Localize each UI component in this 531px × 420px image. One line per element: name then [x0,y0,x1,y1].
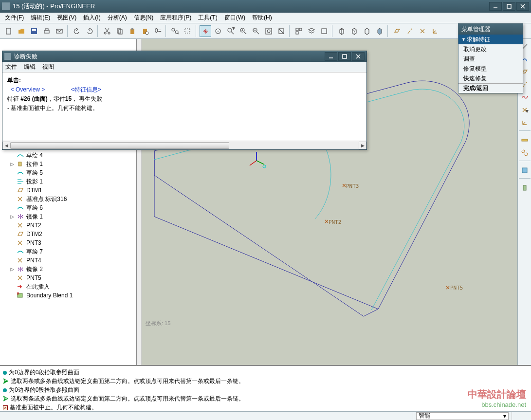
menu-tools[interactable]: 工具(T) [195,13,220,23]
dialog-icon [4,53,11,60]
feat-tool-button[interactable] [519,182,531,194]
chain-tool-button[interactable] [519,147,531,159]
orient-button[interactable] [212,25,224,37]
dialog-close-button[interactable] [352,52,365,61]
zoom-out-button[interactable] [250,25,262,37]
tree-item[interactable]: 草绘 4 [0,151,136,160]
dialog-maximize-button[interactable] [338,52,351,61]
menu-manager-option[interactable]: 取消更改 [458,44,523,54]
tree-item[interactable]: DTM2 [0,230,136,238]
viewlist-button[interactable]: ▾ [225,25,237,37]
menu-help[interactable]: 帮助(H) [249,13,275,23]
scroll-thumb[interactable] [10,142,229,149]
spin-center-button[interactable] [200,25,211,37]
dialog-scrollbar[interactable]: ◀ ▶ [2,141,366,149]
tree-item[interactable]: ▷ 拉伸 1 [0,160,136,168]
menu-manager-finish[interactable]: 完成/返回 [458,83,523,93]
no-hidden-button[interactable] [361,25,373,37]
svg-rect-45 [522,168,527,173]
scroll-right[interactable]: ▶ [359,142,366,149]
tree-item[interactable]: PNT5 [0,274,136,282]
menu-applications[interactable]: 应用程序(P) [157,13,194,23]
menu-edit[interactable]: 编辑(E) [28,13,53,23]
tree-item-label: 在此插入 [26,283,50,291]
open-button[interactable] [16,25,27,37]
copy-button[interactable] [114,25,126,37]
svg-point-24 [228,28,232,32]
wireframe-button[interactable] [336,25,348,37]
maximize-button[interactable] [503,2,515,11]
tree-item[interactable]: PNT2 [0,221,136,230]
refit-button[interactable] [263,25,275,37]
menu-file[interactable]: 文件(F) [2,13,27,23]
overview-link[interactable]: < Overview > [11,86,45,93]
cut-button[interactable] [101,25,113,37]
email-button[interactable] [54,25,65,37]
new-button[interactable] [3,25,15,37]
tree-item[interactable]: Boundary Blend 1 [0,291,136,300]
select-button[interactable] [182,25,194,37]
csys-disp-button[interactable] [429,25,441,37]
tree-item[interactable]: DTM1 [0,186,136,195]
dialog-menu-view[interactable]: 视图 [42,63,54,71]
datum-point-disp-button[interactable] [417,25,428,37]
tree-item[interactable]: 草绘 7 [0,247,136,256]
tree-item[interactable]: ▷ 镜像 1 [0,212,136,221]
tree-item[interactable]: ▷ 镜像 2 [0,265,136,274]
menu-manager-option[interactable]: 快速修复 [458,73,523,83]
dialog-menu: 文件 编辑 视图 [2,62,366,73]
feature-info-link[interactable]: <特征信息> [71,86,101,93]
view-mgr-button[interactable] [293,25,305,37]
paste-button[interactable] [127,25,138,37]
paste-special-button[interactable] [139,25,151,37]
dialog-menu-file[interactable]: 文件 [5,63,17,71]
menu-window[interactable]: 窗口(W) [221,13,248,23]
minimize-button[interactable] [489,2,502,11]
tree-item[interactable]: 在此插入 [0,282,136,291]
tree-item[interactable]: PNT4 [0,256,136,265]
menu-manager-section[interactable]: 求解特征 [458,35,523,44]
menu-insert[interactable]: 插入(I) [80,13,103,23]
tree-item[interactable]: 基准点 标识316 [0,195,136,203]
selection-filter[interactable]: 智能 ▾ [416,412,509,420]
dialog-body: 单击: < Overview > <特征信息> 特征 #26 (曲面)，零件15… [2,73,366,141]
tree-item[interactable]: 草绘 5 [0,168,136,177]
hidden-line-button[interactable] [348,25,360,37]
datum-plane-disp-button[interactable] [391,25,403,37]
menu-manager-option[interactable]: 修复模型 [458,64,523,73]
expand-icon[interactable]: ▷ [10,213,15,220]
expand-icon[interactable]: ▷ [10,266,15,273]
print-button[interactable] [41,25,53,37]
redo-button[interactable] [84,25,95,37]
shaded-button[interactable] [374,25,385,37]
close-button[interactable] [516,2,529,11]
dialog-minimize-button[interactable] [325,52,337,61]
svg-rect-21 [185,28,190,33]
layers-button[interactable] [306,25,317,37]
tree-item[interactable]: 投影 1 [0,177,136,186]
dialog-title-bar[interactable]: 诊断失败 [2,51,366,62]
expand-icon[interactable]: ▷ [10,161,15,167]
prompt-arrow-icon: ⮚ [3,396,9,402]
menu-view[interactable]: 视图(V) [54,13,79,23]
point-tool-button[interactable]: ▾ [519,104,531,116]
datum-axis-disp-button[interactable] [404,25,416,37]
tree-item[interactable]: 草绘 6 [0,203,136,212]
dialog-menu-edit[interactable]: 编辑 [24,63,36,71]
settings-button[interactable] [318,25,330,37]
menu-analysis[interactable]: 分析(A) [105,13,130,23]
undo-button[interactable] [71,25,83,37]
measure-tool-button[interactable] [519,134,531,146]
save-button[interactable] [28,25,40,37]
csys-tool-button[interactable] [519,117,531,128]
find-button[interactable] [169,25,181,37]
reorient-button[interactable] [275,25,287,37]
zoom-in-button[interactable] [238,25,249,37]
tree-item[interactable]: PNT3 [0,238,136,247]
style-tool-button[interactable] [519,164,531,176]
regen-button[interactable]: 0= [152,25,164,37]
app-icon [2,2,10,10]
menu-manager-option[interactable]: 调查 [458,54,523,64]
menu-info[interactable]: 信息(N) [131,13,157,23]
scroll-left[interactable]: ◀ [2,142,10,149]
